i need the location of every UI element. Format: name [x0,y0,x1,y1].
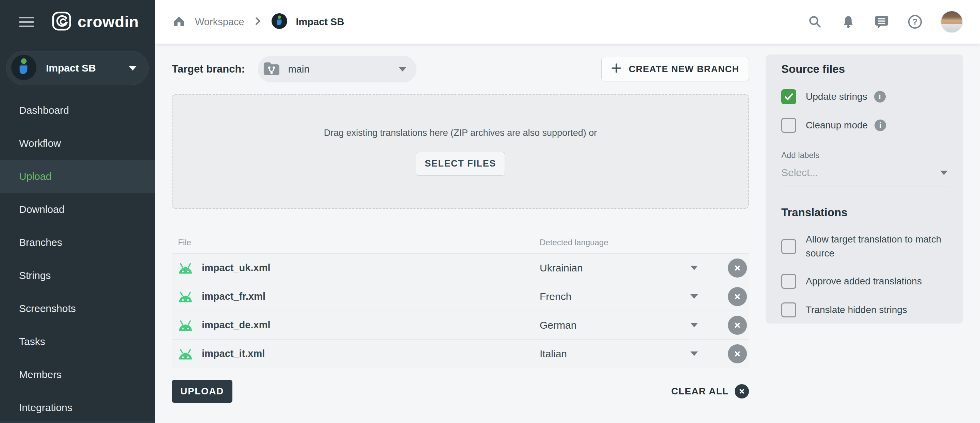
sidebar-item-strings[interactable]: Strings [0,259,155,292]
file-dropzone[interactable]: Drag existing translations here (ZIP arc… [172,94,749,209]
upload-button[interactable]: UPLOAD [172,380,232,403]
crowdin-upload-page: crowdin Impact SB Dashboard Workflow Upl… [0,0,980,423]
chevron-down-icon [399,67,406,72]
messages-chat-icon[interactable] [874,14,889,30]
detected-language-value: German [540,319,576,331]
plus-icon [611,63,621,76]
hamburger-menu-icon[interactable] [19,17,34,27]
file-name: impact_it.xml [202,348,265,359]
sidebar-item-branches[interactable]: Branches [0,226,155,259]
breadcrumb-project-name[interactable]: Impact SB [296,16,344,27]
language-dropdown-caret[interactable] [690,294,698,298]
remove-file-button[interactable] [728,287,747,306]
nav-label: Integrations [19,402,73,413]
info-icon[interactable]: i [875,120,886,131]
clear-all-button[interactable]: CLEAR ALL [671,384,749,399]
search-icon[interactable] [807,14,823,30]
sidebar-item-dashboard[interactable]: Dashboard [0,94,155,127]
table-row: impact_it.xml Italian [172,339,749,368]
user-avatar[interactable] [940,11,963,33]
crowdin-logo-text: crowdin [78,13,139,31]
crowdin-logo-icon [52,11,72,32]
detected-language-value: Italian [540,348,567,360]
android-file-icon [177,261,194,275]
language-dropdown-caret[interactable] [690,351,698,356]
language-dropdown-caret[interactable] [690,266,698,270]
chevron-down-icon [129,66,137,70]
breadcrumb-project-avatar [272,13,287,30]
column-header-language: Detected language [540,238,608,247]
topbar: Workspace Impact SB [155,0,980,43]
target-branch-row: Target branch: main [172,56,749,82]
project-selector[interactable]: Impact SB [6,51,149,85]
sidebar: crowdin Impact SB Dashboard Workflow Upl… [0,0,155,423]
language-dropdown-caret[interactable] [690,323,698,327]
clear-all-label: CLEAR ALL [671,386,729,397]
upload-column: Target branch: main [172,43,749,403]
translations-title: Translations [781,206,948,219]
crowdin-logo[interactable]: crowdin [52,11,139,32]
file-name: impact_fr.xml [202,291,266,302]
project-name: Impact SB [46,62,119,74]
sidebar-item-tasks[interactable]: Tasks [0,325,155,358]
chevron-right-icon [253,16,263,27]
allow-target-match-checkbox[interactable] [781,239,796,254]
option-label: Approve added translations [806,275,922,289]
remove-file-button[interactable] [728,344,747,363]
labels-select-dropdown[interactable]: Select... [781,167,948,187]
branch-folder-icon [263,61,280,78]
sidebar-nav: Dashboard Workflow Upload Download Branc… [0,94,155,423]
file-name: impact_uk.xml [202,262,270,273]
sidebar-item-workflow[interactable]: Workflow [0,127,155,160]
sidebar-item-screenshots[interactable]: Screenshots [0,292,155,325]
branch-select-dropdown[interactable]: main [258,56,417,82]
create-new-branch-label: CREATE NEW BRANCH [629,64,739,75]
sidebar-item-upload[interactable]: Upload [0,160,155,193]
sidebar-bottom-divider [0,421,155,423]
dropzone-text: Drag existing translations here (ZIP arc… [324,128,597,138]
option-update-strings: Update strings i [781,89,948,104]
remove-file-button[interactable] [728,316,747,335]
option-approve-added-translations: Approve added translations [781,274,948,289]
approve-added-checkbox[interactable] [781,274,796,289]
svg-text:?: ? [913,17,918,26]
option-label: Translate hidden strings [806,303,907,317]
update-strings-checkbox[interactable] [781,89,796,104]
cleanup-mode-checkbox[interactable] [781,118,796,133]
info-icon[interactable]: i [874,91,886,102]
sidebar-item-download[interactable]: Download [0,193,155,226]
clear-all-x-icon [735,384,749,399]
nav-label: Screenshots [19,303,76,314]
file-name: impact_de.xml [202,319,270,331]
target-branch-label: Target branch: [172,63,245,75]
detected-language-value: Ukrainian [540,262,583,274]
option-translate-hidden-strings: Translate hidden strings [781,302,948,318]
topbar-icons: ? [807,11,963,33]
chevron-down-icon [940,171,948,175]
breadcrumb-workspace[interactable]: Workspace [195,16,244,27]
remove-file-button[interactable] [728,259,747,278]
home-icon[interactable] [172,14,186,30]
android-file-icon [177,289,194,304]
create-new-branch-button[interactable]: CREATE NEW BRANCH [601,57,749,81]
files-table-header: File Detected language [172,231,749,254]
branch-select-value: main [288,64,391,75]
breadcrumb: Workspace Impact SB [172,13,344,30]
option-cleanup-mode: Cleanup mode i [781,118,948,133]
column-header-file: File [178,238,191,247]
main-content: Target branch: main [155,43,980,423]
translate-hidden-checkbox[interactable] [781,302,796,318]
sidebar-item-members[interactable]: Members [0,358,155,391]
sidebar-header: crowdin [0,0,155,43]
table-row: impact_fr.xml French [172,282,749,311]
nav-label: Branches [19,237,62,248]
notifications-bell-icon[interactable] [840,14,856,30]
table-row: impact_uk.xml Ukrainian [172,254,749,282]
project-avatar [11,55,37,81]
select-files-button[interactable]: SELECT FILES [416,152,505,176]
sidebar-item-integrations[interactable]: Integrations [0,391,155,423]
help-icon[interactable]: ? [907,14,923,30]
nav-label: Upload [19,171,51,182]
nav-label: Tasks [19,336,45,347]
nav-label: Members [19,369,62,380]
